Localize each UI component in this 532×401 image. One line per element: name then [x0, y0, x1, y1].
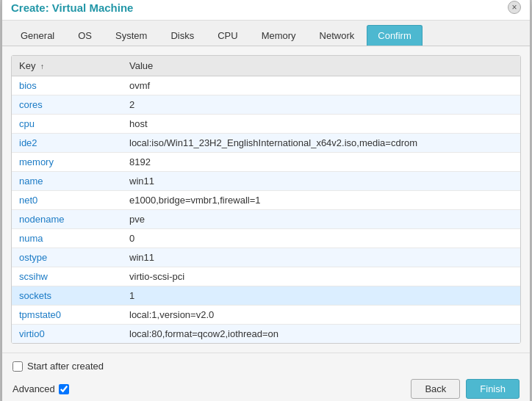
table-row: ide2local:iso/Win11_23H2_EnglishInternat… — [12, 134, 520, 153]
row-key: cores — [12, 95, 122, 115]
tab-confirm[interactable]: Confirm — [367, 25, 423, 46]
row-key: ide2 — [12, 134, 122, 153]
tab-general[interactable]: General — [10, 25, 65, 46]
table-row: nodenamepve — [12, 210, 520, 229]
row-key: cpu — [12, 115, 122, 134]
confirm-table: Key ↑ Value biosovmfcores2cpuhostide2loc… — [12, 56, 520, 343]
row-key: tpmstate0 — [12, 306, 122, 325]
row-key: name — [12, 172, 122, 191]
table-row: memory8192 — [12, 153, 520, 172]
row-value: local:80,format=qcow2,iothread=on — [122, 325, 520, 344]
row-value: local:iso/Win11_23H2_EnglishInternationa… — [122, 134, 520, 153]
row-value: win11 — [122, 248, 520, 267]
row-key: numa — [12, 229, 122, 248]
dialog-header: Create: Virtual Machine × — [2, 0, 530, 21]
footer-top: Start after created — [12, 361, 520, 372]
row-value: 8192 — [122, 153, 520, 172]
table-row: numa0 — [12, 229, 520, 248]
advanced-checkbox[interactable] — [59, 384, 69, 394]
table-row: cpuhost — [12, 115, 520, 134]
row-key: ostype — [12, 248, 122, 267]
start-after-created-checkbox[interactable] — [12, 361, 23, 372]
tab-cpu[interactable]: CPU — [206, 25, 248, 46]
row-value: 2 — [122, 95, 520, 115]
confirm-table-container: Key ↑ Value biosovmfcores2cpuhostide2loc… — [11, 55, 521, 344]
table-row: biosovmf — [12, 76, 520, 95]
row-value: pve — [122, 210, 520, 229]
table-row: net0e1000,bridge=vmbr1,firewall=1 — [12, 191, 520, 210]
finish-button[interactable]: Finish — [466, 379, 520, 399]
table-row: cores2 — [12, 95, 520, 115]
row-key: sockets — [12, 286, 122, 306]
row-value: ovmf — [122, 76, 520, 95]
tab-memory[interactable]: Memory — [251, 25, 307, 46]
row-key: memory — [12, 153, 122, 172]
table-row: namewin11 — [12, 172, 520, 191]
row-key: nodename — [12, 210, 122, 229]
start-after-created-label[interactable]: Start after created — [12, 361, 104, 372]
table-row: ostypewin11 — [12, 248, 520, 267]
table-row: virtio0local:80,format=qcow2,iothread=on — [12, 325, 520, 344]
row-value: 0 — [122, 229, 520, 248]
col-key[interactable]: Key ↑ — [12, 56, 122, 76]
advanced-label[interactable]: Advanced — [12, 383, 69, 394]
col-value: Value — [122, 56, 520, 76]
tab-network[interactable]: Network — [309, 25, 366, 46]
row-key: bios — [12, 76, 122, 95]
row-value: e1000,bridge=vmbr1,firewall=1 — [122, 191, 520, 210]
row-key: scsihw — [12, 267, 122, 286]
table-row: tpmstate0local:1,version=v2.0 — [12, 306, 520, 325]
row-key: net0 — [12, 191, 122, 210]
tab-bar: General OS System Disks CPU Memory Netwo… — [2, 21, 530, 46]
row-value: host — [122, 115, 520, 134]
dialog-title: Create: Virtual Machine — [11, 1, 133, 14]
row-value: local:1,version=v2.0 — [122, 306, 520, 325]
sort-arrow-key: ↑ — [40, 62, 44, 71]
row-value: 1 — [122, 286, 520, 306]
create-vm-dialog: Create: Virtual Machine × General OS Sys… — [1, 0, 531, 401]
table-row: sockets1 — [12, 286, 520, 306]
row-key: virtio0 — [12, 325, 122, 344]
dialog-footer: Start after created Advanced Back Finish — [2, 353, 530, 401]
tab-disks[interactable]: Disks — [159, 25, 205, 46]
tab-system[interactable]: System — [104, 25, 158, 46]
close-button[interactable]: × — [508, 1, 521, 14]
footer-bottom: Advanced Back Finish — [12, 379, 520, 399]
table-row: scsihwvirtio-scsi-pci — [12, 267, 520, 286]
back-button[interactable]: Back — [411, 379, 460, 399]
tab-os[interactable]: OS — [67, 25, 103, 46]
row-value: virtio-scsi-pci — [122, 267, 520, 286]
dialog-body: Key ↑ Value biosovmfcores2cpuhostide2loc… — [2, 46, 530, 353]
row-value: win11 — [122, 172, 520, 191]
